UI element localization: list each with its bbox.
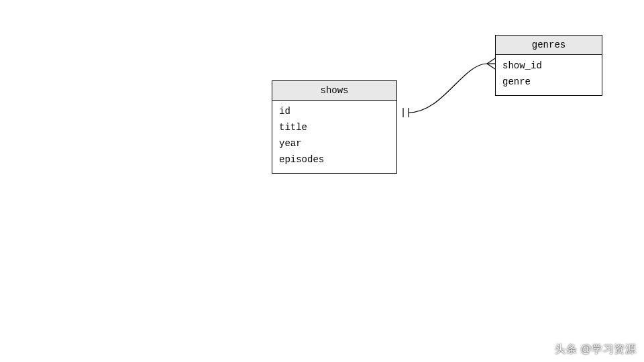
entity-shows: shows id title year episodes bbox=[272, 80, 397, 174]
field-genres-showid: show_id bbox=[501, 58, 596, 74]
entity-genres: genres show_id genre bbox=[495, 35, 602, 96]
field-shows-id: id bbox=[278, 103, 391, 119]
field-shows-year: year bbox=[278, 135, 391, 152]
entity-shows-header: shows bbox=[272, 81, 396, 101]
watermark-text: 头条 @学习资源 bbox=[555, 343, 636, 357]
field-shows-episodes: episodes bbox=[278, 152, 391, 168]
field-shows-title: title bbox=[278, 119, 391, 135]
entity-genres-header: genres bbox=[496, 36, 602, 55]
svg-line-4 bbox=[487, 64, 495, 69]
entity-genres-body: show_id genre bbox=[496, 55, 602, 95]
field-genres-genre: genre bbox=[501, 74, 596, 90]
entity-shows-body: id title year episodes bbox=[272, 101, 396, 173]
svg-line-2 bbox=[487, 58, 495, 64]
